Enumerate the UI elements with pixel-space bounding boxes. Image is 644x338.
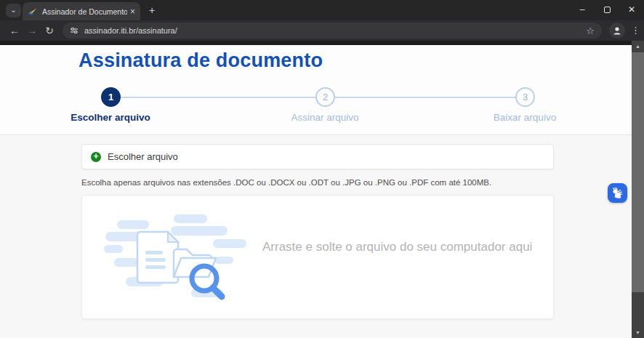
browser-tab[interactable]: Assinador de Documentos | Ass ×: [23, 2, 140, 20]
url-bar[interactable]: assinador.iti.br/assinatura/ ☆: [63, 23, 602, 39]
forward-button[interactable]: →: [23, 25, 41, 36]
search-documents-illustration: [104, 210, 249, 306]
dropzone-text: Arraste e solte o arquivo do seu computa…: [262, 238, 553, 257]
browser-toolbar: ← → ↻ assinador.iti.br/assinatura/ ☆ ⋮: [0, 20, 644, 41]
bookmark-star-icon[interactable]: ☆: [586, 25, 595, 36]
scroll-down-button[interactable]: ▼: [632, 327, 644, 338]
header-section: Assinatura de documento 1 2 3 Escolher a…: [0, 45, 632, 135]
new-tab-button[interactable]: +: [145, 4, 158, 17]
step-3-label: Baixar arquivo: [467, 112, 583, 123]
tab-search-button[interactable]: ⌄: [6, 4, 21, 17]
step-connector-2: [335, 97, 515, 98]
tab-title: Assinador de Documentos | Ass: [42, 7, 127, 16]
step-2-circle[interactable]: 2: [315, 87, 335, 107]
sign-language-hands-icon: [611, 186, 624, 200]
close-button[interactable]: ✕: [619, 0, 644, 19]
minimize-button[interactable]: –: [570, 0, 595, 19]
scrollbar-thumb[interactable]: [632, 52, 644, 292]
step-1-label: Escolher arquivo: [52, 112, 169, 123]
choose-file-button[interactable]: + Escolher arquivo: [81, 144, 554, 169]
step-3-circle[interactable]: 3: [515, 87, 535, 107]
step-1-circle[interactable]: 1: [101, 87, 121, 107]
reload-button[interactable]: ↻: [41, 25, 58, 36]
step-2-label: Assinar arquivo: [267, 112, 383, 123]
tab-strip: ⌄ Assinador de Documentos | Ass × + – ✕: [0, 0, 644, 20]
restore-button[interactable]: [595, 0, 619, 19]
choose-file-label: Escolher arquivo: [108, 151, 178, 162]
browser-chrome: ⌄ Assinador de Documentos | Ass × + – ✕ …: [0, 0, 644, 45]
site-favicon-icon: [28, 7, 38, 17]
window-controls: – ✕: [570, 0, 644, 19]
url-text[interactable]: assinador.iti.br/assinatura/: [84, 26, 586, 35]
browser-menu-icon[interactable]: ⋮: [631, 25, 640, 36]
page-title: Assinatura de documento: [79, 49, 323, 72]
page-scrollbar[interactable]: ▲ ▼: [632, 41, 644, 338]
scroll-up-button[interactable]: ▲: [632, 41, 644, 52]
person-icon: [612, 25, 622, 36]
site-settings-icon[interactable]: [70, 26, 79, 35]
step-connector-1: [121, 97, 315, 98]
page-content: Assinatura de documento 1 2 3 Escolher a…: [0, 45, 632, 338]
restore-icon: [604, 7, 611, 13]
tab-close-icon[interactable]: ×: [130, 7, 135, 17]
back-button[interactable]: ←: [6, 25, 23, 36]
file-dropzone[interactable]: Arraste e solte o arquivo do seu computa…: [81, 195, 554, 319]
plus-circle-icon: +: [91, 152, 101, 162]
file-types-hint: Escolha apenas arquivos nas extensões .D…: [81, 178, 491, 187]
vlibras-accessibility-button[interactable]: [608, 183, 627, 203]
profile-avatar[interactable]: [609, 23, 625, 39]
